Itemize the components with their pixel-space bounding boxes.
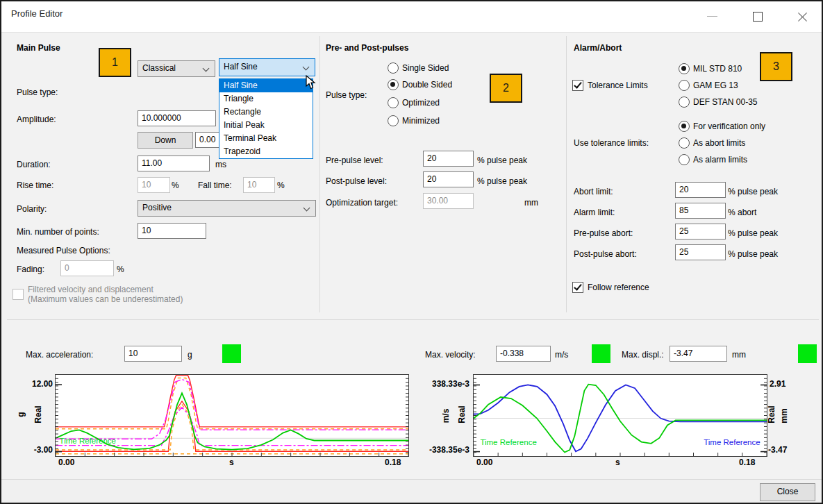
pre-pulse-level-unit: % pulse peak bbox=[477, 156, 527, 165]
vel-axis-unit-ms: m/s bbox=[441, 409, 451, 423]
polarity-label: Polarity: bbox=[17, 204, 47, 214]
radio-def-stan-00-35-label: DEF STAN 00-35 bbox=[693, 97, 757, 107]
pre-post-heading: Pre- and Post-pulses bbox=[326, 43, 408, 53]
filtered-velocity-label-line1: Filtered velocity and displacement bbox=[28, 285, 153, 294]
dropdown-option-initial-peak[interactable]: Initial Peak bbox=[219, 119, 313, 132]
pulse-type-label: Pulse type: bbox=[17, 87, 58, 97]
acceleration-chart: Time Reference bbox=[55, 374, 409, 457]
panel-divider bbox=[319, 36, 320, 312]
pulse-shape-dropdown-list: Half Sine Triangle Rectangle Initial Pea… bbox=[219, 78, 313, 159]
radio-double-sided[interactable] bbox=[388, 79, 399, 90]
pre-pulse-abort-label: Pre-pulse abort: bbox=[574, 228, 633, 238]
post-pulse-abort-unit: % pulse peak bbox=[728, 249, 778, 259]
rise-time-unit: % bbox=[172, 180, 179, 190]
polarity-select[interactable]: Positive bbox=[138, 200, 316, 217]
radio-def-stan-00-35[interactable] bbox=[679, 96, 690, 108]
vel-axis-unit-real: Real bbox=[457, 405, 467, 423]
pre-pulse-level-label: Pre-pulse level: bbox=[326, 156, 383, 165]
accel-ytick-top: 12.00 bbox=[21, 379, 53, 389]
duration-input[interactable]: 11.00 bbox=[138, 156, 210, 171]
radio-mil-std-810[interactable] bbox=[679, 63, 690, 74]
pre-pulse-abort-input[interactable]: 25 bbox=[675, 224, 726, 240]
alarm-limit-input[interactable]: 85 bbox=[675, 203, 726, 219]
min-points-input[interactable]: 10 bbox=[138, 223, 206, 239]
chevron-down-icon bbox=[203, 65, 210, 72]
disp-axis-unit-mm: mm bbox=[779, 408, 789, 423]
close-button[interactable]: Close bbox=[760, 483, 815, 501]
series-alarm-upper bbox=[56, 379, 408, 439]
abort-limit-unit: % pulse peak bbox=[728, 187, 778, 196]
velocity-displacement-chart-canvas: Time ReferenceTime Reference bbox=[474, 375, 767, 456]
radio-as-alarm-limits[interactable] bbox=[679, 154, 690, 165]
accel-xtick-0: 0.00 bbox=[58, 457, 74, 467]
max-displacement-value: -3.47 bbox=[670, 346, 727, 362]
close-window-button[interactable] bbox=[786, 1, 818, 25]
radio-gam-eg-13[interactable] bbox=[679, 80, 690, 91]
radio-minimized-label: Minimized bbox=[402, 116, 440, 126]
amplitude-input[interactable]: 10.000000 bbox=[138, 110, 216, 126]
accel-ytick-bottom: -3.00 bbox=[21, 445, 53, 455]
dropdown-option-half-sine[interactable]: Half Sine bbox=[219, 79, 313, 92]
pulse-shape-select[interactable]: Half Sine bbox=[219, 58, 315, 76]
displacement-status-indicator bbox=[798, 344, 817, 363]
dropdown-option-triangle[interactable]: Triangle bbox=[219, 92, 313, 106]
filtered-velocity-checkbox[interactable] bbox=[13, 289, 24, 300]
down-button[interactable]: Down bbox=[138, 132, 193, 149]
annotation-3: 3 bbox=[760, 52, 792, 81]
panel-divider bbox=[566, 36, 567, 312]
fading-label: Fading: bbox=[17, 264, 44, 274]
main-pulse-heading: Main Pulse bbox=[17, 43, 60, 53]
use-tolerance-limits-label: Use tolerance limits: bbox=[574, 138, 649, 148]
max-displacement-unit: mm bbox=[732, 350, 746, 360]
fall-time-label: Fall time: bbox=[198, 180, 232, 190]
max-acceleration-unit: g bbox=[188, 350, 192, 360]
svg-text:Time Reference: Time Reference bbox=[480, 438, 536, 446]
fading-input[interactable]: 0 bbox=[60, 260, 114, 276]
max-displacement-label: Max. displ.: bbox=[622, 350, 664, 360]
radio-double-sided-label: Double Sided bbox=[402, 80, 452, 90]
post-pulse-level-unit: % pulse peak bbox=[477, 176, 527, 186]
maximize-button[interactable] bbox=[742, 1, 774, 25]
radio-for-verification-only-label: For verification only bbox=[693, 121, 765, 131]
pre-pulse-level-input[interactable]: 20 bbox=[423, 151, 474, 167]
tolerance-limits-checkbox[interactable] bbox=[572, 80, 583, 91]
abort-limit-input[interactable]: 20 bbox=[675, 182, 726, 198]
disp-axis-unit-real: Real bbox=[767, 405, 776, 423]
radio-for-verification-only[interactable] bbox=[679, 121, 690, 132]
radio-single-sided-label: Single Sided bbox=[402, 63, 449, 73]
measured-pulse-options-label: Measured Pulse Options: bbox=[17, 246, 110, 255]
chevron-down-icon bbox=[304, 205, 310, 212]
profile-editor-dialog: Profile Editor Main Pulse 1 Pulse type: … bbox=[0, 0, 823, 504]
vel-xtick-0: 0.00 bbox=[476, 457, 492, 467]
annotation-2: 2 bbox=[490, 74, 522, 103]
optimization-target-label: Optimization target: bbox=[326, 198, 398, 208]
follow-reference-checkbox[interactable] bbox=[572, 282, 583, 293]
max-velocity-unit: m/s bbox=[555, 350, 568, 360]
dropdown-option-rectangle[interactable]: Rectangle bbox=[219, 106, 313, 119]
fall-time-input[interactable]: 10 bbox=[243, 177, 275, 193]
vel-ytick-bottom: -338.35e-3 bbox=[413, 445, 469, 455]
optimization-target-input[interactable]: 30.00 bbox=[423, 193, 474, 209]
dropdown-option-terminal-peak[interactable]: Terminal Peak bbox=[219, 132, 313, 145]
max-acceleration-value: 10 bbox=[124, 346, 182, 362]
radio-mil-std-810-label: MIL STD 810 bbox=[693, 64, 742, 74]
disp-ytick-bottom: -3.47 bbox=[768, 445, 787, 455]
minimize-button[interactable] bbox=[697, 1, 729, 25]
amplitude-label: Amplitude: bbox=[17, 115, 56, 124]
series-tolerance-upper bbox=[56, 378, 408, 429]
dropdown-option-trapezoid[interactable]: Trapezoid bbox=[219, 145, 313, 158]
radio-as-abort-limits[interactable] bbox=[679, 137, 690, 149]
max-acceleration-label: Max. acceleration: bbox=[26, 350, 93, 360]
radio-optimized[interactable] bbox=[388, 97, 399, 108]
vel-xlabel: s bbox=[615, 457, 620, 467]
pulse-class-select[interactable]: Classical bbox=[138, 60, 215, 77]
radio-single-sided[interactable] bbox=[388, 62, 399, 74]
post-pulse-level-input[interactable]: 20 bbox=[423, 171, 474, 187]
velocity-status-indicator bbox=[592, 344, 610, 363]
annotation-1: 1 bbox=[99, 48, 131, 77]
post-pulse-abort-input[interactable]: 25 bbox=[675, 244, 726, 260]
radio-minimized[interactable] bbox=[388, 115, 399, 126]
rise-time-input[interactable]: 10 bbox=[138, 177, 170, 193]
disp-ytick-top: 2.91 bbox=[770, 379, 785, 389]
accel-axis-unit-real: Real bbox=[33, 405, 43, 423]
